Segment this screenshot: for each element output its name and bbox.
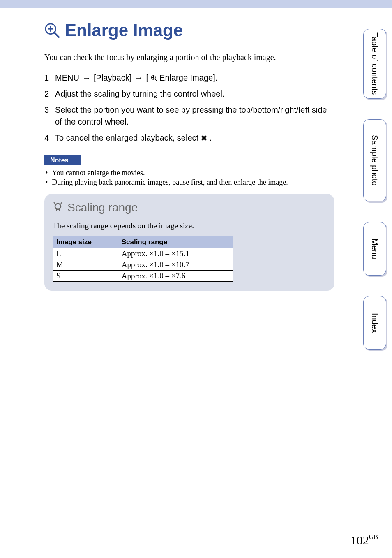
notes-heading: Notes xyxy=(44,155,81,165)
step-text: [Playback] xyxy=(94,73,134,82)
tab-label: Menu xyxy=(370,238,379,259)
step-number: 1 xyxy=(44,72,55,84)
note-item: During playing back panoramic images, pa… xyxy=(44,178,334,187)
table-cell: Approx. ×1.0 – ×7.6 xyxy=(118,271,233,282)
step-text: [ xyxy=(146,73,148,82)
step-4: 4 To cancel the enlarged playback, selec… xyxy=(44,132,334,144)
magnify-plus-icon xyxy=(44,23,60,38)
svg-line-9 xyxy=(54,202,55,204)
svg-line-3 xyxy=(55,33,59,37)
page-title: Enlarge Image xyxy=(65,21,183,40)
table-header-row: Image size Scaling range xyxy=(53,236,233,248)
arrow-right-icon: → xyxy=(134,72,144,84)
main-content: Enlarge Image You can check the focus by… xyxy=(0,8,392,291)
close-icon: ✖ xyxy=(201,134,207,142)
step-2: 2 Adjust the scaling by turning the cont… xyxy=(44,88,334,100)
table-cell: M xyxy=(53,259,118,271)
step-text: Adjust the scaling by turning the contro… xyxy=(55,88,334,100)
step-text: Enlarge Image]. xyxy=(159,73,217,82)
tab-sample-photo[interactable]: Sample photo xyxy=(363,119,386,201)
step-text: To cancel the enlarged playback, select xyxy=(55,133,201,142)
arrow-right-icon: → xyxy=(81,72,91,84)
page-number-value: 102 xyxy=(350,533,369,547)
page-number-suffix: GB xyxy=(369,533,378,540)
side-tabs: Table of contents Sample photo Menu Inde… xyxy=(363,29,386,370)
page: Enlarge Image You can check the focus by… xyxy=(0,8,392,558)
magnify-plus-icon xyxy=(151,73,157,82)
step-text: . xyxy=(209,133,212,142)
tip-description: The scaling range depends on the image s… xyxy=(53,221,326,230)
step-number: 3 xyxy=(44,104,55,128)
step-text: MENU xyxy=(55,73,81,82)
notes-list: You cannot enlarge the movies. During pl… xyxy=(44,169,334,187)
page-title-row: Enlarge Image xyxy=(44,21,334,40)
top-bar xyxy=(0,0,392,8)
svg-rect-14 xyxy=(57,209,59,211)
table-header: Image size xyxy=(53,236,118,248)
step-3: 3 Select the portion you want to see by … xyxy=(44,104,334,128)
step-number: 4 xyxy=(44,132,55,144)
tab-label: Index xyxy=(370,313,379,333)
table-cell: S xyxy=(53,271,118,282)
table-cell: Approx. ×1.0 – ×15.1 xyxy=(118,248,233,259)
step-number: 2 xyxy=(44,88,55,100)
tab-label: Sample photo xyxy=(370,135,379,185)
table-row: S Approx. ×1.0 – ×7.6 xyxy=(53,271,233,282)
table-cell: L xyxy=(53,248,118,259)
steps-list: 1 MENU → [Playback] → [ Enlarge Image]. … xyxy=(44,72,334,144)
tab-label: Table of contents xyxy=(370,32,379,95)
svg-line-10 xyxy=(61,202,62,204)
page-number: 102GB xyxy=(350,533,378,547)
svg-line-7 xyxy=(155,79,157,81)
table-row: M Approx. ×1.0 – ×10.7 xyxy=(53,259,233,271)
tab-table-of-contents[interactable]: Table of contents xyxy=(363,29,386,99)
tab-menu[interactable]: Menu xyxy=(363,222,386,276)
note-item: You cannot enlarge the movies. xyxy=(44,169,334,177)
tab-index[interactable]: Index xyxy=(363,296,386,350)
intro-text: You can check the focus by enlarging a p… xyxy=(44,53,334,62)
svg-point-13 xyxy=(55,204,61,209)
tip-title: Scaling range xyxy=(67,201,138,214)
scaling-table: Image size Scaling range L Approx. ×1.0 … xyxy=(53,236,233,282)
step-text: Select the portion you want to see by pr… xyxy=(55,104,334,128)
tip-title-row: Scaling range xyxy=(53,201,326,215)
tip-panel: Scaling range The scaling range depends … xyxy=(44,194,334,291)
table-header: Scaling range xyxy=(118,236,233,248)
table-cell: Approx. ×1.0 – ×10.7 xyxy=(118,259,233,271)
tip-bulb-icon xyxy=(53,201,63,215)
step-1: 1 MENU → [Playback] → [ Enlarge Image]. xyxy=(44,72,334,84)
table-row: L Approx. ×1.0 – ×15.1 xyxy=(53,248,233,259)
